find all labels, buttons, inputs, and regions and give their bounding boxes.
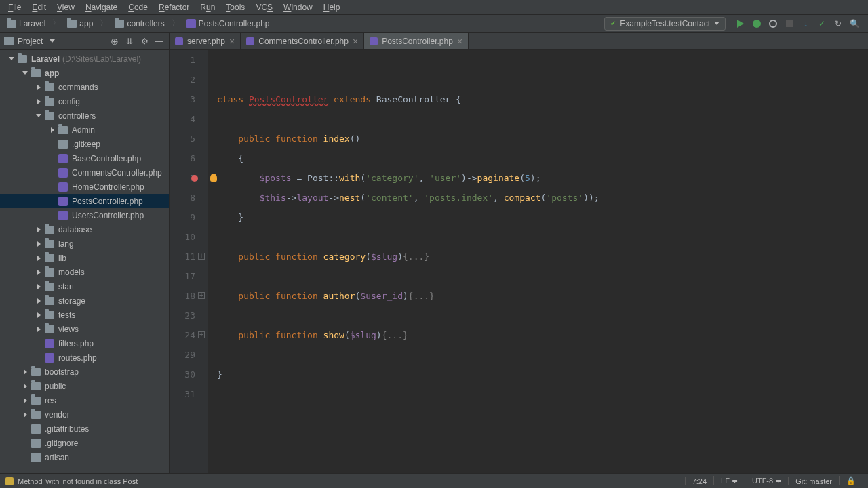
code-editor[interactable]: 1234567891011+1718+2324+293031 class Pos… <box>170 50 868 473</box>
close-tab-button[interactable]: × <box>457 36 462 47</box>
tree-arrow[interactable] <box>22 454 28 461</box>
tree-item--gitkeep[interactable]: .gitkeep <box>0 137 169 151</box>
gutter-line-8[interactable]: 8 <box>170 188 195 207</box>
menu-window[interactable]: Window <box>278 1 318 14</box>
tree-item-routes-php[interactable]: routes.php <box>0 350 169 365</box>
vcs-update-button[interactable]: ↓ <box>800 18 811 29</box>
menu-vcs[interactable]: VCS <box>250 1 278 14</box>
gutter-line-11[interactable]: 11+ <box>170 247 195 266</box>
tree-item-lang[interactable]: lang <box>0 237 169 251</box>
editor-content[interactable]: class PostsController extends BaseContro… <box>208 50 868 473</box>
gutter-line-23[interactable]: 23 <box>170 306 195 325</box>
code-line[interactable] <box>217 266 868 286</box>
tree-item-basecontroller-php[interactable]: BaseController.php <box>0 151 169 165</box>
menu-code[interactable]: Code <box>123 1 153 14</box>
gutter-line-29[interactable]: 29 <box>170 345 195 365</box>
menu-edit[interactable]: Edit <box>26 1 52 14</box>
editor-tab-server-php[interactable]: server.php× <box>170 33 241 49</box>
project-view-selector[interactable]: Project <box>4 37 109 46</box>
code-line[interactable]: $this->layout->nest('content', 'posts.in… <box>217 188 868 207</box>
breadcrumb-root[interactable]: Laravel <box>4 18 48 30</box>
tree-item-commands[interactable]: commands <box>0 80 169 94</box>
tree-item-tests[interactable]: tests <box>0 308 169 322</box>
tree-arrow[interactable] <box>35 326 42 333</box>
tree-arrow[interactable] <box>35 98 42 105</box>
coverage-button[interactable] <box>768 18 778 29</box>
code-line[interactable]: } <box>217 207 868 227</box>
tree-arrow[interactable] <box>35 340 42 347</box>
tree-arrow[interactable] <box>49 198 56 205</box>
close-tab-button[interactable]: × <box>353 36 358 47</box>
breadcrumb-controllers[interactable]: controllers <box>112 18 167 30</box>
menu-help[interactable]: Help <box>318 1 346 14</box>
tree-arrow[interactable] <box>49 184 56 190</box>
tree-item-filters-php[interactable]: filters.php <box>0 336 169 350</box>
gutter-line-17[interactable]: 17 <box>170 266 195 286</box>
tree-item--gitattributes[interactable]: .gitattributes <box>0 422 169 436</box>
file-encoding[interactable]: UTF-8 ≑ <box>745 476 788 485</box>
tree-item-models[interactable]: models <box>0 265 169 279</box>
tree-arrow[interactable] <box>35 241 42 247</box>
collapse-all-button[interactable]: ⇊ <box>124 36 135 47</box>
tree-item-start[interactable]: start <box>0 279 169 293</box>
stop-button[interactable] <box>784 18 795 29</box>
fold-expand-icon[interactable]: + <box>198 331 205 338</box>
tree-arrow[interactable] <box>22 369 28 375</box>
vcs-commit-button[interactable]: ✓ <box>816 18 827 29</box>
tree-arrow[interactable] <box>35 298 42 304</box>
breadcrumb-file[interactable]: PostsController.php <box>184 18 273 30</box>
tree-item-database[interactable]: database <box>0 222 169 237</box>
tree-arrow[interactable] <box>8 56 15 62</box>
tree-arrow[interactable] <box>49 155 56 162</box>
run-config-selector[interactable]: ✔ ExampleTest.testContact <box>604 17 726 30</box>
tree-arrow[interactable] <box>35 226 42 233</box>
fold-expand-icon[interactable]: + <box>198 292 205 299</box>
breakpoint-icon[interactable] <box>191 175 198 182</box>
tree-item-laravel[interactable]: Laravel (D:\Sites\Lab\Laravel) <box>0 52 169 66</box>
tree-item-userscontroller-php[interactable]: UsersController.php <box>0 208 169 222</box>
gutter-line-18[interactable]: 18+ <box>170 286 195 306</box>
tree-item-homecontroller-php[interactable]: HomeController.php <box>0 180 169 194</box>
tree-arrow[interactable] <box>35 269 42 276</box>
menu-view[interactable]: View <box>52 1 80 14</box>
code-line[interactable] <box>217 345 868 365</box>
tree-arrow[interactable] <box>49 141 56 148</box>
tree-arrow[interactable] <box>22 397 28 404</box>
code-line[interactable]: { <box>217 148 868 168</box>
gutter-line-4[interactable]: 4 <box>170 109 195 129</box>
gutter-line-24[interactable]: 24+ <box>170 325 195 345</box>
tree-item-storage[interactable]: storage <box>0 293 169 308</box>
gutter-line-6[interactable]: 6 <box>170 148 195 168</box>
scroll-from-source-button[interactable]: ⊕ <box>109 36 120 47</box>
read-only-toggle[interactable]: 🔒 <box>839 476 863 485</box>
gutter-line-9[interactable]: 9 <box>170 207 195 227</box>
vcs-history-button[interactable]: ↻ <box>833 18 844 29</box>
code-line[interactable] <box>217 227 868 247</box>
tree-item-artisan[interactable]: artisan <box>0 450 169 464</box>
tree-arrow[interactable] <box>22 411 28 418</box>
code-line[interactable]: public function index() <box>217 129 868 148</box>
gutter-line-3[interactable]: 3 <box>170 89 195 109</box>
code-line[interactable]: $posts = Post::with('category', 'user')-… <box>217 168 868 188</box>
editor-tab-commentscontroller-php[interactable]: CommentsController.php× <box>241 33 364 49</box>
intention-bulb-icon[interactable] <box>210 174 217 182</box>
gutter-line-31[interactable]: 31 <box>170 384 195 404</box>
cursor-position[interactable]: 7:24 <box>685 477 713 485</box>
tree-item-controllers[interactable]: controllers <box>0 108 169 123</box>
close-tab-button[interactable]: × <box>229 36 235 47</box>
tree-item-app[interactable]: app <box>0 66 169 80</box>
tree-item-res[interactable]: res <box>0 393 169 407</box>
code-line[interactable] <box>217 50 868 70</box>
tree-item-postscontroller-php[interactable]: PostsController.php <box>0 194 169 208</box>
code-line[interactable]: } <box>217 365 868 384</box>
run-button[interactable] <box>735 18 746 29</box>
menu-run[interactable]: Run <box>195 1 220 14</box>
breadcrumb-app[interactable]: app <box>64 18 96 30</box>
line-separator[interactable]: LF ≑ <box>713 476 745 485</box>
editor-gutter[interactable]: 1234567891011+1718+2324+293031 <box>170 50 208 473</box>
code-line[interactable]: public function category($slug){...} <box>217 247 868 266</box>
tree-arrow[interactable] <box>22 440 28 447</box>
tree-arrow[interactable] <box>35 113 42 119</box>
tree-arrow[interactable] <box>22 426 28 432</box>
tree-item-config[interactable]: config <box>0 94 169 108</box>
